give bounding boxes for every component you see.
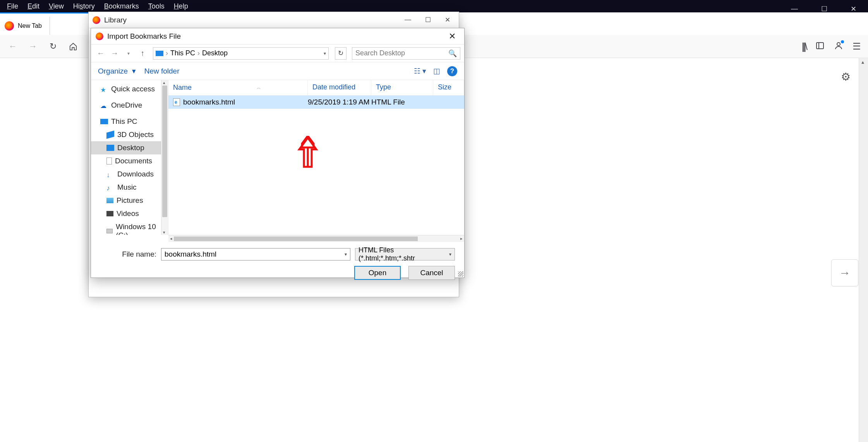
chevron-down-icon[interactable]: ▾ [449, 252, 451, 257]
appmenu-button[interactable]: ☰ [853, 41, 861, 52]
list-hscrollbar[interactable]: ◂▸ [168, 235, 464, 242]
svg-rect-0 [817, 43, 823, 49]
nav-forward-icon[interactable]: → [109, 49, 120, 58]
menu-file[interactable]: File [2, 1, 23, 12]
library-titlebar[interactable]: Library — ☐ ✕ [89, 12, 459, 28]
file-list: Name︿ Date modified Type Size bookmarks.… [168, 80, 464, 235]
tree-quickaccess[interactable]: ★Quick access [91, 82, 168, 96]
tab-title: New Tab [18, 22, 42, 29]
forward-card[interactable]: → [831, 259, 858, 286]
sidebar-icon[interactable] [815, 41, 825, 52]
newfolder-button[interactable]: New folder [144, 67, 180, 75]
account-icon[interactable] [834, 41, 843, 52]
forward-button[interactable]: → [26, 39, 40, 54]
tab-newtab[interactable]: New Tab [0, 17, 50, 35]
gear-icon[interactable]: ⚙ [841, 70, 851, 83]
file-type: HTML File [371, 98, 433, 106]
html-file-icon [173, 98, 180, 106]
tree-pictures[interactable]: Pictures [91, 194, 168, 207]
menu-tools[interactable]: Tools [144, 1, 169, 12]
tree-thispc[interactable]: This PC [91, 115, 168, 128]
tree-documents[interactable]: Documents [91, 154, 168, 168]
open-button[interactable]: Open [354, 266, 401, 280]
col-size[interactable]: Size [433, 80, 464, 95]
resize-grip[interactable] [458, 271, 463, 277]
cancel-button[interactable]: Cancel [408, 266, 455, 280]
search-input[interactable]: Search Desktop 🔍 [352, 47, 460, 60]
menubar: File Edit View History Bookmarks Tools H… [0, 0, 868, 12]
search-icon: 🔍 [448, 49, 457, 58]
chevron-down-icon[interactable]: ▾ [345, 252, 347, 257]
breadcrumb-folder[interactable]: Desktop [202, 49, 228, 57]
file-dialog: Import Bookmarks File ✕ ← → ▾ ↑ › This P… [91, 28, 465, 278]
tree-music[interactable]: ♪Music [91, 181, 168, 194]
tree-3dobjects[interactable]: 3D Objects [91, 128, 168, 141]
nav-tree: ★Quick access ☁OneDrive This PC 3D Objec… [91, 80, 168, 235]
menu-edit[interactable]: Edit [23, 1, 44, 12]
breadcrumb-root[interactable]: This PC [170, 49, 195, 57]
nav-back-icon[interactable]: ← [95, 49, 106, 58]
dialog-close-icon[interactable]: ✕ [445, 30, 460, 43]
library-minimize-icon[interactable]: — [405, 16, 411, 24]
tree-desktop[interactable]: Desktop [91, 141, 168, 154]
tree-downloads[interactable]: ↓Downloads [91, 168, 168, 181]
search-placeholder: Search Desktop [355, 49, 405, 57]
preview-pane-icon[interactable]: ◫ [433, 67, 440, 75]
chevron-down-icon[interactable]: ▾ [324, 51, 326, 56]
nav-up-icon[interactable]: ↑ [137, 49, 148, 58]
pc-icon [156, 51, 163, 56]
menu-help[interactable]: Help [169, 1, 193, 12]
firefox-icon [5, 21, 14, 31]
filename-label: File name: [100, 250, 156, 259]
tree-scrollbar[interactable]: ▴▾ [161, 80, 168, 235]
file-row[interactable]: bookmarks.html 9/25/2019 1:19 AM HTML Fi… [168, 96, 464, 109]
toolbar-right: |||\ ☰ [802, 35, 861, 58]
window-controls: — ☐ ✕ [791, 5, 856, 13]
file-date: 9/25/2019 1:19 AM [308, 98, 371, 106]
library-maximize-icon[interactable]: ☐ [425, 16, 431, 24]
help-icon[interactable]: ? [447, 66, 457, 76]
library-close-icon[interactable]: ✕ [445, 16, 450, 24]
breadcrumb[interactable]: › This PC › Desktop ▾ [153, 47, 329, 60]
organize-button[interactable]: Organize ▾ [98, 67, 136, 75]
dialog-titlebar[interactable]: Import Bookmarks File ✕ [91, 28, 464, 45]
library-title: Library [104, 16, 127, 24]
dialog-title: Import Bookmarks File [107, 32, 181, 41]
maximize-icon[interactable]: ☐ [821, 5, 827, 13]
col-type[interactable]: Type [371, 80, 433, 95]
menu-bookmarks[interactable]: Bookmarks [99, 1, 144, 12]
col-name[interactable]: Name︿ [168, 80, 308, 95]
refresh-button[interactable]: ↻ [335, 47, 347, 60]
close-icon[interactable]: ✕ [851, 5, 856, 13]
nav-recent-icon[interactable]: ▾ [123, 51, 134, 56]
firefox-icon [93, 16, 100, 24]
reload-button[interactable]: ↻ [46, 39, 60, 54]
column-headers[interactable]: Name︿ Date modified Type Size [168, 80, 464, 96]
firefox-icon [96, 33, 103, 40]
tree-videos[interactable]: Videos [91, 207, 168, 220]
view-options-icon[interactable]: ☷ ▾ [414, 67, 426, 75]
col-date[interactable]: Date modified [308, 80, 371, 95]
menu-view[interactable]: View [44, 1, 69, 12]
svg-point-2 [837, 43, 840, 46]
filename-input[interactable]: bookmarks.html▾ [161, 248, 350, 260]
home-button[interactable] [66, 39, 81, 54]
back-button[interactable]: ← [5, 39, 20, 54]
minimize-icon[interactable]: — [791, 5, 798, 13]
filetype-select[interactable]: HTML Files (*.html;*.htm;*.shtr▾ [355, 248, 455, 260]
file-name: bookmarks.html [183, 98, 235, 106]
dialog-toolbar: Organize ▾ New folder ☷ ▾ ◫ ? [91, 62, 464, 80]
page-scrollbar[interactable]: ▴ [859, 58, 868, 442]
tree-onedrive[interactable]: ☁OneDrive [91, 99, 168, 112]
tree-windowsc[interactable]: Windows 10 (C:) [91, 220, 168, 235]
library-icon[interactable]: |||\ [802, 41, 806, 53]
menu-history[interactable]: History [69, 1, 99, 12]
dialog-navrow: ← → ▾ ↑ › This PC › Desktop ▾ ↻ Search D… [91, 45, 464, 62]
